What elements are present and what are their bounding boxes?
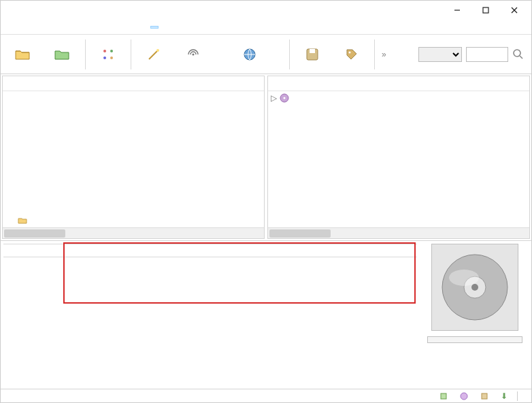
toolbar: » — [1, 35, 531, 74]
clusters-row[interactable] — [3, 215, 264, 227]
right-columns — [268, 76, 529, 91]
lookup-browser-button[interactable] — [213, 42, 286, 67]
titlebar — [1, 1, 531, 20]
svg-rect-24 — [441, 393, 446, 399]
info-button[interactable] — [332, 42, 371, 67]
right-pane: ▷ — [267, 76, 530, 239]
menubar — [1, 20, 531, 35]
svg-point-23 — [449, 270, 479, 286]
svg-line-16 — [520, 56, 522, 59]
svg-point-22 — [471, 284, 478, 291]
scan-button[interactable] — [173, 42, 213, 67]
status-count-c — [478, 392, 488, 400]
close-button[interactable] — [500, 1, 529, 19]
tag-panel — [1, 240, 531, 389]
left-columns — [3, 76, 264, 91]
cover-art[interactable] — [431, 244, 518, 331]
left-pane — [2, 76, 265, 239]
add-files-button[interactable] — [43, 42, 82, 67]
menu-ls[interactable] — [135, 26, 144, 29]
search-mode-select[interactable] — [418, 47, 462, 62]
search-input[interactable] — [466, 47, 508, 62]
folder-icon — [18, 216, 27, 225]
search-box — [418, 47, 529, 62]
expand-icon[interactable]: ▷ — [271, 93, 277, 103]
toolbar-separator — [374, 39, 375, 69]
right-list[interactable]: ▷ — [268, 91, 529, 227]
svg-rect-13 — [310, 49, 315, 53]
tag-icon — [342, 45, 361, 64]
status-bar: ⬇ — [1, 389, 531, 402]
svg-rect-26 — [482, 393, 487, 399]
svg-point-14 — [349, 51, 351, 53]
show-more-button[interactable] — [427, 336, 522, 343]
menu-help[interactable] — [150, 26, 159, 29]
save-button[interactable] — [293, 42, 332, 67]
globe-icon — [240, 45, 259, 64]
svg-point-6 — [103, 57, 106, 59]
save-icon — [303, 45, 322, 64]
toolbar-separator — [131, 39, 131, 69]
toolbar-separator — [85, 39, 86, 69]
svg-rect-1 — [483, 7, 488, 13]
svg-point-10 — [193, 53, 195, 55]
svg-point-7 — [110, 57, 113, 59]
wand-icon — [144, 45, 163, 64]
svg-point-15 — [514, 50, 520, 57]
add-folder-button[interactable] — [3, 42, 43, 67]
svg-point-9 — [156, 49, 159, 52]
left-list[interactable] — [3, 91, 264, 215]
art-column — [421, 244, 529, 386]
panes: ▷ — [1, 74, 531, 240]
status-count-b — [457, 392, 468, 400]
cluster-button[interactable] — [88, 42, 128, 67]
svg-point-4 — [103, 50, 106, 52]
minimize-button[interactable] — [443, 1, 471, 19]
tag-grid-head — [3, 244, 417, 257]
disc-icon — [280, 93, 289, 103]
h-scrollbar[interactable] — [3, 227, 264, 238]
svg-point-25 — [461, 393, 467, 400]
scan-icon — [184, 45, 203, 64]
tag-grid — [3, 244, 417, 386]
album-row[interactable]: ▷ — [268, 91, 529, 105]
cluster-icon — [99, 45, 118, 64]
svg-point-18 — [284, 97, 286, 99]
status-count-a — [437, 392, 448, 400]
h-scrollbar[interactable] — [268, 227, 529, 238]
folder-files-icon — [53, 45, 72, 64]
status-count-d: ⬇ — [498, 391, 508, 401]
lookup-button[interactable] — [134, 42, 173, 67]
search-icon[interactable] — [512, 48, 525, 61]
folder-icon — [14, 45, 33, 64]
maximize-button[interactable] — [471, 1, 500, 19]
toolbar-separator — [289, 39, 290, 69]
svg-line-8 — [149, 51, 157, 59]
svg-point-5 — [110, 50, 113, 52]
chevron-right-icon: » — [378, 50, 390, 59]
